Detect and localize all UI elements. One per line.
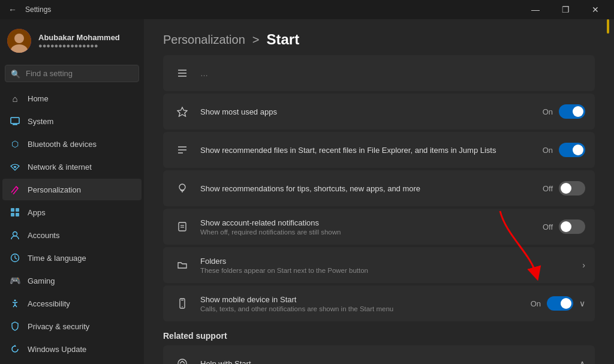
app-title: Settings — [25, 5, 51, 14]
folders-content: Folders These folders appear on Start ne… — [200, 257, 582, 274]
sidebar-item-gaming[interactable]: 🎮 Gaming — [2, 270, 142, 291]
setting-row-mobile[interactable]: Show mobile device in Start Calls, texts… — [163, 285, 595, 321]
partial-icon — [173, 64, 192, 83]
back-button[interactable]: ← — [5, 2, 20, 17]
user-name: Abubakar Mohammed — [38, 33, 120, 42]
tips-icon — [173, 179, 192, 198]
svg-rect-3 — [11, 118, 19, 124]
sidebar-item-label: Accounts — [28, 231, 59, 240]
help-icon — [173, 354, 192, 364]
tips-content: Show recommendations for tips, shortcuts… — [200, 184, 543, 193]
maximize-button[interactable]: ❐ — [552, 0, 579, 19]
toggle-thumb — [561, 298, 571, 309]
svg-rect-7 — [11, 213, 14, 216]
svg-point-9 — [13, 232, 17, 236]
sidebar-item-network[interactable]: Network & internet — [2, 156, 142, 178]
svg-point-21 — [179, 184, 185, 190]
setting-row-tips[interactable]: Show recommendations for tips, shortcuts… — [163, 170, 595, 206]
account-notifications-toggle[interactable] — [559, 219, 585, 234]
update-icon — [10, 344, 20, 354]
sidebar-item-update[interactable]: Windows Update — [2, 338, 142, 360]
setting-row-account-notifications[interactable]: Show account-related notifications When … — [163, 209, 595, 245]
sidebar-item-label: Windows Update — [28, 345, 86, 354]
sidebar-item-bluetooth[interactable]: ⬡ Bluetooth & devices — [2, 133, 142, 155]
recommended-title: Show recommended files in Start, recent … — [200, 146, 543, 155]
sidebar-item-label: Accessibility — [28, 299, 70, 308]
help-chevron: ∧ — [579, 359, 585, 364]
tips-toggle[interactable] — [559, 181, 585, 195]
content-area: Personalization > Start … — [144, 19, 614, 364]
help-with-start-row[interactable]: Help with Start ∧ — [163, 345, 595, 364]
personalization-icon — [10, 184, 20, 195]
sidebar-item-accessibility[interactable]: Accessibility — [2, 293, 142, 314]
svg-point-29 — [178, 359, 186, 364]
mobile-icon — [173, 294, 192, 313]
title-bar: ← Settings — ❐ ✕ — [0, 0, 614, 19]
sidebar-item-label: Home — [28, 94, 49, 103]
mobile-title: Show mobile device in Start — [200, 295, 531, 304]
recommended-toggle[interactable] — [559, 143, 585, 157]
content-scroll: … Show most used apps On — [144, 55, 614, 364]
sidebar-item-label: Time & language — [28, 254, 86, 263]
svg-rect-8 — [16, 213, 19, 216]
sidebar-item-time[interactable]: Time & language — [2, 247, 142, 269]
apps-icon — [10, 207, 20, 218]
folders-title: Folders — [200, 257, 582, 266]
accessibility-icon — [10, 298, 20, 309]
sidebar-item-label: Personalization — [28, 185, 81, 194]
sidebar-item-privacy[interactable]: Privacy & security — [2, 315, 142, 337]
recommended-icon — [173, 140, 192, 160]
svg-rect-4 — [13, 124, 17, 125]
title-bar-left: ← Settings — [5, 2, 51, 17]
minimize-button[interactable]: — — [522, 0, 549, 19]
sidebar-item-label: Network & internet — [28, 163, 92, 172]
mobile-status: On — [531, 299, 541, 308]
most-used-title: Show most used apps — [200, 107, 543, 116]
partial-content: … — [200, 69, 585, 78]
sidebar-item-home[interactable]: ⌂ Home — [2, 88, 142, 109]
mobile-toggle[interactable] — [547, 296, 573, 311]
folders-right: › — [582, 260, 585, 270]
sidebar-item-label: Apps — [28, 208, 46, 217]
related-support-title: Related support — [163, 331, 595, 341]
help-title: Help with Start — [200, 359, 251, 365]
toggle-thumb — [573, 106, 583, 117]
setting-row-recommended[interactable]: Show recommended files in Start, recent … — [163, 132, 595, 168]
bluetooth-icon: ⬡ — [10, 139, 20, 149]
most-used-icon — [173, 102, 192, 121]
sidebar-item-accounts[interactable]: Accounts — [2, 224, 142, 246]
toggle-thumb — [561, 183, 571, 194]
setting-row-most-used[interactable]: Show most used apps On — [163, 94, 595, 130]
sidebar-item-label: System — [28, 117, 53, 126]
avatar — [7, 29, 31, 53]
partial-row[interactable]: … — [163, 55, 595, 91]
accounts-icon — [10, 230, 20, 240]
svg-line-31 — [182, 361, 185, 363]
svg-rect-23 — [179, 222, 186, 231]
network-icon — [10, 161, 20, 172]
user-profile[interactable]: Abubakar Mohammed ●●●●●●●●●●●●●●● — [0, 19, 144, 62]
most-used-right: On — [543, 104, 585, 119]
mobile-content: Show mobile device in Start Calls, texts… — [200, 295, 531, 312]
mobile-right: On ∨ — [531, 296, 585, 311]
related-support: Related support Help with Start ∧ Changi… — [163, 331, 595, 364]
svg-point-13 — [14, 300, 16, 302]
setting-row-folders[interactable]: Folders These folders appear on Start ne… — [163, 247, 595, 283]
svg-rect-6 — [16, 208, 19, 212]
close-button[interactable]: ✕ — [582, 0, 609, 19]
search-input[interactable] — [5, 65, 139, 82]
tips-status: Off — [543, 184, 553, 193]
account-notifications-status: Off — [543, 222, 553, 231]
svg-rect-5 — [11, 208, 14, 212]
most-used-toggle[interactable] — [559, 104, 585, 119]
system-icon — [10, 116, 20, 127]
search-icon: 🔍 — [11, 69, 20, 78]
sidebar-item-personalization[interactable]: Personalization — [2, 179, 142, 200]
home-icon: ⌂ — [10, 93, 20, 104]
folders-desc: These folders appear on Start next to th… — [200, 267, 582, 274]
recommended-status: On — [543, 146, 553, 155]
sidebar-item-system[interactable]: System — [2, 110, 142, 132]
content-header: Personalization > Start — [144, 19, 614, 55]
mobile-chevron: ∨ — [579, 299, 585, 308]
sidebar-item-apps[interactable]: Apps — [2, 201, 142, 223]
